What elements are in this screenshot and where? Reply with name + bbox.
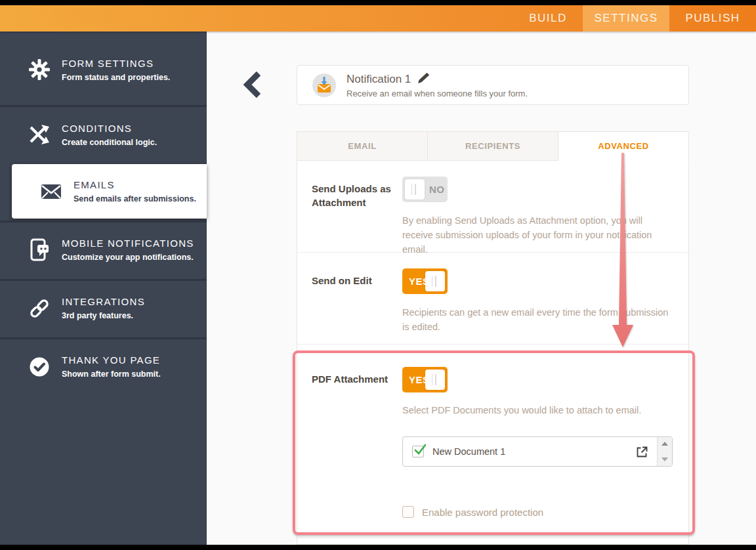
setting-row-pdf-attachment: PDF Attachment YES Select PDF Documents …: [297, 345, 688, 518]
next-row-divider: [297, 538, 688, 538]
toggle-handle: [425, 271, 445, 291]
document-name: New Document 1: [432, 446, 505, 457]
sidebar-item-thank-you-page[interactable]: THANK YOU PAGE Shown after form submit.: [0, 337, 207, 394]
nav-tab-settings[interactable]: SETTINGS: [583, 5, 669, 32]
send-on-edit-toggle[interactable]: YES: [402, 268, 448, 294]
setting-label: Send Uploads as Attachment: [312, 177, 402, 252]
pdf-document-listbox: New Document 1: [402, 436, 673, 467]
gear-icon: [26, 58, 52, 81]
document-checkbox-checked[interactable]: [412, 446, 424, 457]
nav-tab-build[interactable]: BUILD: [513, 5, 583, 32]
toggle-state-label: NO: [429, 177, 445, 202]
scroll-down-icon[interactable]: [662, 457, 668, 461]
top-black-strip: [0, 0, 756, 5]
notification-header-card: Notification 1 Receive an email when som…: [297, 65, 689, 105]
sidebar-item-description: Form status and properties.: [62, 73, 170, 82]
sidebar-item-label: CONDITIONS: [62, 123, 157, 134]
scroll-up-icon[interactable]: [662, 442, 668, 446]
sidebar-item-description: Customize your app notifications.: [62, 253, 194, 262]
password-protection-checkbox[interactable]: [402, 506, 414, 518]
shuffle-arrows-icon: [26, 124, 52, 145]
sidebar-item-label: INTEGRATIONS: [62, 296, 145, 307]
bottom-black-strip: [0, 545, 756, 550]
setting-help-text: Select PDF Documents you would like to a…: [402, 403, 673, 417]
sidebar-item-conditions[interactable]: CONDITIONS Create conditional logic.: [0, 105, 207, 162]
sidebar-item-label: MOBILE NOTIFICATIONS: [62, 238, 194, 249]
check-circle-icon: [26, 356, 52, 378]
listbox-scrollbar[interactable]: [657, 437, 672, 466]
sidebar-item-label: EMAILS: [74, 179, 196, 190]
sidebar-item-label: FORM SETTINGS: [62, 58, 170, 69]
setting-help-text: Recipients can get a new email every tim…: [402, 305, 673, 334]
sidebar-item-description: Shown after form submit.: [62, 370, 161, 379]
open-document-external-icon[interactable]: [635, 445, 649, 461]
setting-label: PDF Attachment: [312, 367, 402, 518]
settings-sidebar: FORM SETTINGS Form status and properties…: [0, 32, 207, 545]
sidebar-item-form-settings[interactable]: FORM SETTINGS Form status and properties…: [0, 38, 207, 101]
top-navigation: BUILD SETTINGS PUBLISH: [0, 5, 756, 32]
toggle-handle: [405, 179, 425, 200]
mobile-chat-icon: [26, 238, 52, 262]
main-content: Notification 1 Receive an email when som…: [207, 32, 756, 545]
advanced-settings-card: Send Uploads as Attachment NO By enablin…: [297, 161, 689, 545]
send-uploads-toggle[interactable]: NO: [402, 177, 448, 202]
email-settings-tabs: EMAIL RECIPIENTS ADVANCED: [297, 131, 689, 161]
setting-row-send-on-edit: Send on Edit YES Recipients can get a ne…: [297, 253, 688, 345]
tab-advanced[interactable]: ADVANCED: [558, 131, 689, 161]
sidebar-item-emails[interactable]: EMAILS Send emails after submissions.: [12, 164, 207, 219]
edit-pencil-icon[interactable]: [417, 72, 430, 87]
pdf-attachment-toggle[interactable]: YES: [402, 367, 448, 392]
sidebar-item-integrations[interactable]: INTEGRATIONS 3rd party features.: [0, 279, 207, 335]
link-icon: [26, 297, 52, 320]
setting-row-send-uploads: Send Uploads as Attachment NO By enablin…: [297, 161, 688, 253]
sidebar-item-description: Send emails after submissions.: [74, 194, 196, 203]
notification-subtitle: Receive an email when someone fills your…: [346, 89, 528, 98]
tab-recipients[interactable]: RECIPIENTS: [427, 131, 558, 161]
app-window: BUILD SETTINGS PUBLISH: [0, 0, 756, 550]
sidebar-item-description: 3rd party features.: [62, 311, 145, 320]
document-list-item[interactable]: New Document 1: [403, 437, 672, 466]
sidebar-item-label: THANK YOU PAGE: [62, 354, 161, 366]
sidebar-item-description: Create conditional logic.: [62, 138, 157, 147]
envelope-icon: [38, 182, 64, 201]
tab-email[interactable]: EMAIL: [297, 131, 427, 161]
password-protection-row: Enable password protection: [402, 506, 674, 518]
setting-label: Send on Edit: [312, 268, 402, 344]
toggle-handle: [425, 370, 445, 390]
setting-help-text: By enabling Send Uploads as Attachment o…: [402, 213, 673, 257]
back-button[interactable]: [243, 71, 262, 98]
password-protection-label: Enable password protection: [422, 507, 543, 518]
nav-tab-publish[interactable]: PUBLISH: [669, 5, 756, 32]
notification-title: Notification 1: [346, 73, 411, 86]
sidebar-item-mobile-notifications[interactable]: MOBILE NOTIFICATIONS Customize your app …: [0, 221, 207, 277]
notification-email-icon: [312, 74, 336, 97]
